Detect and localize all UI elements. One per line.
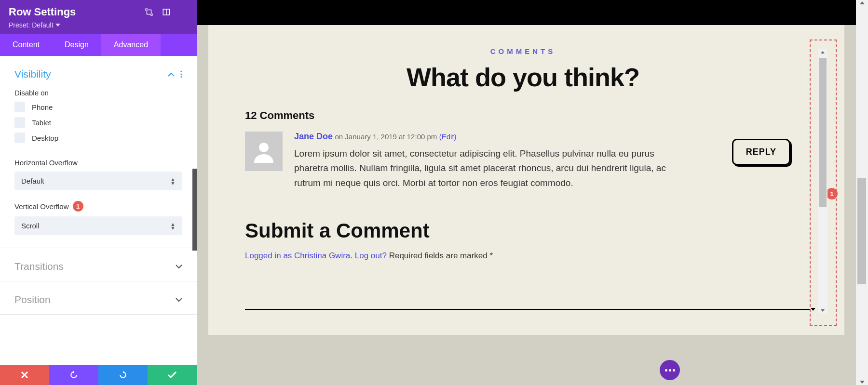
sidebar-footer xyxy=(0,365,197,385)
columns-icon[interactable] xyxy=(162,8,171,16)
checkbox-label: Phone xyxy=(32,103,53,111)
edit-link[interactable]: (Edit) xyxy=(439,133,457,141)
scrollbar-thumb[interactable] xyxy=(857,178,866,284)
scroll-down-icon xyxy=(821,309,825,312)
inner-scrollbar[interactable] xyxy=(818,49,827,314)
chevron-down-icon xyxy=(176,298,182,302)
h-overflow-label: Horizontal Overflow xyxy=(14,159,182,167)
input-underline[interactable] xyxy=(245,309,810,310)
top-black-bar xyxy=(197,0,856,25)
preset-label: Preset: Default xyxy=(9,21,54,29)
disable-on-label: Disable on xyxy=(14,89,182,97)
eyebrow-text: COMMENTS xyxy=(245,47,801,55)
select-arrows-icon: ▲▼ xyxy=(170,177,176,185)
avatar xyxy=(245,132,283,171)
logged-in-link[interactable]: Logged in as Christina Gwira xyxy=(245,251,350,260)
select-value: Scroll xyxy=(21,222,40,230)
checkbox-tablet[interactable] xyxy=(14,117,25,128)
tab-advanced[interactable]: Advanced xyxy=(101,34,161,56)
change-count-badge: 1 xyxy=(73,201,83,212)
sidebar-header: Row Settings Preset: Default xyxy=(0,0,197,34)
redo-button[interactable] xyxy=(98,365,148,385)
svg-point-9 xyxy=(259,143,269,152)
headline-text: What do you think? xyxy=(245,62,801,92)
settings-sidebar: Row Settings Preset: Default Content Des… xyxy=(0,0,197,385)
checkbox-phone[interactable] xyxy=(14,102,25,112)
svg-rect-0 xyxy=(147,10,151,14)
sidebar-body: Visibility Disable on Phone Tablet xyxy=(0,56,197,365)
h-overflow-select[interactable]: Default ▲▼ xyxy=(14,172,182,190)
section-transitions-header[interactable]: Transitions xyxy=(0,248,197,281)
canvas-content: COMMENTS What do you think? 12 Comments … xyxy=(208,25,844,335)
scrollbar-thumb[interactable] xyxy=(192,169,197,251)
close-icon xyxy=(21,371,28,379)
expand-icon[interactable] xyxy=(145,8,153,16)
kebab-icon[interactable] xyxy=(179,8,188,16)
chevron-up-icon xyxy=(168,72,175,77)
settings-tabs: Content Design Advanced xyxy=(0,34,197,56)
scroll-up-icon xyxy=(860,1,865,4)
svg-point-4 xyxy=(183,12,183,12)
svg-point-6 xyxy=(180,71,182,72)
window-scrollbar[interactable] xyxy=(856,0,868,385)
required-text: Required fields are marked * xyxy=(389,251,493,260)
checkbox-label: Tablet xyxy=(32,119,51,127)
logged-in-text: Logged in as Christina Gwira. Log out? R… xyxy=(245,251,801,261)
tab-content[interactable]: Content xyxy=(0,34,52,56)
section-visibility-header[interactable]: Visibility xyxy=(0,56,197,89)
person-icon xyxy=(252,140,275,163)
submit-heading: Submit a Comment xyxy=(245,219,801,242)
section-title: Transitions xyxy=(14,261,64,272)
section-position-header[interactable]: Position xyxy=(0,281,197,314)
select-arrows-icon: ▲▼ xyxy=(170,222,176,230)
scroll-up-icon xyxy=(821,51,825,53)
panel-title: Row Settings xyxy=(9,6,76,18)
scrollbar-thumb[interactable] xyxy=(819,58,827,207)
check-icon xyxy=(167,372,177,378)
v-overflow-select[interactable]: Scroll ▲▼ xyxy=(14,216,182,235)
reply-button[interactable]: REPLY xyxy=(732,139,790,165)
tab-design[interactable]: Design xyxy=(52,34,101,56)
preset-dropdown[interactable]: Preset: Default xyxy=(9,21,188,29)
save-button[interactable] xyxy=(148,365,197,385)
checkbox-label: Desktop xyxy=(32,134,58,142)
undo-icon xyxy=(69,370,79,380)
chevron-down-icon xyxy=(55,24,60,27)
logout-link[interactable]: Log out? xyxy=(355,251,387,260)
scroll-down-icon xyxy=(860,381,865,384)
kebab-icon[interactable] xyxy=(180,71,182,78)
svg-point-5 xyxy=(183,12,183,13)
fab-menu[interactable] xyxy=(660,360,680,380)
comment-text: Lorem ipsum dolor sit amet, consectetur … xyxy=(294,146,670,190)
section-title: Position xyxy=(14,294,51,305)
svg-point-8 xyxy=(180,76,182,78)
chevron-down-icon xyxy=(176,265,182,269)
cancel-button[interactable] xyxy=(0,365,49,385)
undo-button[interactable] xyxy=(49,365,98,385)
comment-author[interactable]: Jane Doe xyxy=(294,132,333,141)
svg-point-7 xyxy=(180,73,182,75)
preview-area: COMMENTS What do you think? 12 Comments … xyxy=(197,0,868,385)
redo-icon xyxy=(118,370,128,380)
section-title: Visibility xyxy=(14,68,51,80)
checkbox-desktop[interactable] xyxy=(14,133,25,143)
comment-date: on January 1, 2019 at 12:00 pm xyxy=(335,133,437,141)
comment-count: 12 Comments xyxy=(245,109,801,122)
v-overflow-label: Vertical Overflow 1 xyxy=(14,201,182,212)
select-value: Default xyxy=(21,177,44,185)
comment-item: Jane Doe on January 1, 2019 at 12:00 pm … xyxy=(245,132,801,190)
svg-point-3 xyxy=(183,11,183,12)
